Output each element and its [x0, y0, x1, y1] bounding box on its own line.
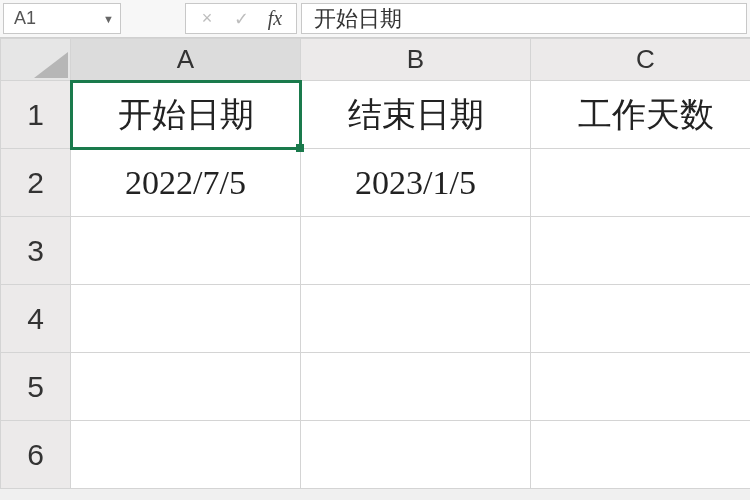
cell-b6[interactable] [301, 421, 531, 489]
cell-a4[interactable] [71, 285, 301, 353]
cell-c6[interactable] [531, 421, 751, 489]
cell-a6[interactable] [71, 421, 301, 489]
cell-b3[interactable] [301, 217, 531, 285]
row-6: 6 [1, 421, 751, 489]
cell-b4[interactable] [301, 285, 531, 353]
column-header-c[interactable]: C [531, 39, 751, 81]
spreadsheet-grid: A B C 1 开始日期 结束日期 工作天数 2 2022/7/5 2023/1… [0, 38, 750, 489]
row-3: 3 [1, 217, 751, 285]
formula-input[interactable]: 开始日期 [301, 3, 747, 34]
row-header-6[interactable]: 6 [1, 421, 71, 489]
cell-c1[interactable]: 工作天数 [531, 81, 751, 149]
cell-c4[interactable] [531, 285, 751, 353]
cell-c2[interactable] [531, 149, 751, 217]
cell-b5[interactable] [301, 353, 531, 421]
row-2: 2 2022/7/5 2023/1/5 [1, 149, 751, 217]
row-1: 1 开始日期 结束日期 工作天数 [1, 81, 751, 149]
formula-button-group: × ✓ fx [185, 3, 297, 34]
row-5: 5 [1, 353, 751, 421]
cell-b1[interactable]: 结束日期 [301, 81, 531, 149]
cancel-icon[interactable]: × [190, 8, 224, 29]
confirm-icon[interactable]: ✓ [224, 8, 258, 30]
row-header-2[interactable]: 2 [1, 149, 71, 217]
cell-c3[interactable] [531, 217, 751, 285]
row-4: 4 [1, 285, 751, 353]
cell-a5[interactable] [71, 353, 301, 421]
column-header-row: A B C [1, 39, 751, 81]
select-all-icon [34, 52, 68, 78]
column-header-b[interactable]: B [301, 39, 531, 81]
cell-reference: A1 [14, 8, 36, 29]
fill-handle[interactable] [296, 144, 304, 152]
formula-bar: A1 ▼ × ✓ fx 开始日期 [0, 0, 750, 38]
cell-a1[interactable]: 开始日期 [71, 81, 301, 149]
fx-icon[interactable]: fx [258, 7, 292, 30]
column-header-a[interactable]: A [71, 39, 301, 81]
cell-a2[interactable]: 2022/7/5 [71, 149, 301, 217]
chevron-down-icon[interactable]: ▼ [103, 13, 114, 25]
select-all-corner[interactable] [1, 39, 71, 81]
name-box[interactable]: A1 ▼ [3, 3, 121, 34]
row-header-1[interactable]: 1 [1, 81, 71, 149]
cell-a3[interactable] [71, 217, 301, 285]
row-header-3[interactable]: 3 [1, 217, 71, 285]
formula-value: 开始日期 [314, 4, 402, 34]
row-header-4[interactable]: 4 [1, 285, 71, 353]
row-header-5[interactable]: 5 [1, 353, 71, 421]
cell-c5[interactable] [531, 353, 751, 421]
cell-b2[interactable]: 2023/1/5 [301, 149, 531, 217]
